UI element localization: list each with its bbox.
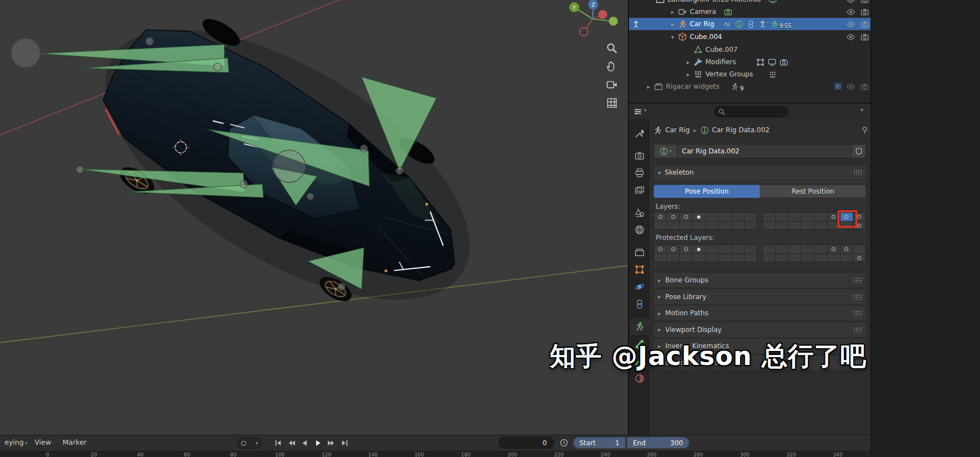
fake-user-shield-icon[interactable] [855,147,863,155]
expand-arrow[interactable]: ▸ [683,59,694,65]
expand-arrow[interactable]: ▾ [667,34,678,40]
tab-scene[interactable] [630,204,649,221]
layer-toggle[interactable] [776,245,789,253]
hide-viewport-toggle[interactable] [847,8,855,16]
outliner-row[interactable]: ▸Rigacar widgets9✓ [629,80,871,93]
frame-end-field[interactable]: End 300 [627,437,689,449]
layer-toggle[interactable] [763,213,776,221]
layer-toggle[interactable] [732,254,744,262]
layer-toggle[interactable] [693,254,705,262]
disable-render-toggle[interactable] [861,0,869,4]
layer-toggle[interactable] [801,245,814,253]
hide-viewport-toggle[interactable] [847,83,855,91]
next-keyframe-button[interactable] [325,437,338,449]
panel-drag-handle[interactable] [853,170,862,175]
disable-render-toggle[interactable] [861,33,869,41]
frame-start-field[interactable]: Start 1 [573,437,626,449]
jump-start-button[interactable] [271,437,284,449]
hide-viewport-toggle[interactable] [847,33,855,41]
hand-button[interactable] [606,60,619,74]
3d-viewport[interactable]: Y Z [0,0,628,435]
layer-toggle[interactable] [789,222,801,229]
datablock-name-field[interactable]: ▾ Car Rig Data.002 [654,144,866,158]
expand-arrow[interactable]: ▸ [683,71,694,78]
zoom-button[interactable] [606,42,619,56]
layer-toggle[interactable] [719,254,732,262]
layer-toggle[interactable] [744,222,757,229]
layer-toggle[interactable] [801,213,814,221]
breadcrumb-object[interactable]: Car Rig [665,126,690,134]
layer-toggle[interactable] [706,222,719,229]
hide-viewport-toggle[interactable] [847,0,855,4]
outliner-row[interactable]: ▾Cube.004 [629,31,871,43]
layer-toggle[interactable] [654,245,667,253]
tab-tool[interactable] [630,125,649,142]
timeline[interactable]: eying ▾ViewMarker ▾ 0 Start 1 End 300 02… [0,435,871,457]
layer-toggle[interactable] [654,254,667,262]
layer-toggle[interactable] [815,222,828,229]
pin-icon[interactable] [861,126,869,134]
outliner-row[interactable]: Cube.007 [629,44,871,56]
layer-toggle[interactable] [828,254,840,262]
layer-toggle[interactable] [815,213,828,221]
layer-toggle[interactable] [732,245,744,253]
layer-toggle[interactable] [680,222,693,229]
layer-toggle[interactable] [719,213,732,221]
menu-eying[interactable]: eying ▾ [4,438,27,446]
panel-drag-handle[interactable] [853,310,862,316]
layer-toggle[interactable] [680,213,693,221]
layer-toggle[interactable] [815,245,828,253]
panel-drag-handle[interactable] [853,277,862,283]
layer-toggle[interactable] [654,213,667,221]
breadcrumb-data[interactable]: Car Rig Data.002 [712,126,770,134]
play-reverse-button[interactable] [298,437,311,449]
layer-toggle[interactable] [744,213,757,221]
layer-toggle[interactable] [853,245,866,253]
layer-toggle[interactable] [801,254,814,262]
tab-collection[interactable] [630,244,649,261]
layer-toggle[interactable] [706,245,719,253]
layer-toggle[interactable] [706,213,719,221]
panel-drag-handle[interactable] [853,294,862,300]
layer-toggle[interactable] [840,254,853,262]
expand-arrow[interactable]: ▸ [667,9,678,15]
layer-toggle[interactable] [732,222,744,229]
outliner-row[interactable]: ▸Vertex Groups [629,68,871,80]
navigation-gizmo[interactable]: Y Z [558,0,628,40]
outliner[interactable]: Lamborghini Terzo Millennio▸Camera▸Car R… [629,0,871,103]
jump-end-button[interactable] [338,437,351,449]
skeleton-panel-header[interactable]: ▾ Skeleton [654,166,866,179]
grid-button[interactable] [606,97,619,110]
menu-view[interactable]: View [35,438,51,446]
disable-render-toggle[interactable] [861,83,869,91]
auto-keying-button[interactable]: ▾ [237,437,262,449]
panel-pose-library[interactable]: ▸Pose Library [654,290,866,304]
panel-viewport-display[interactable]: ▸Viewport Display [654,323,866,337]
tab-physics[interactable] [630,278,649,295]
panel-bone-groups[interactable]: ▸Bone Groups [654,273,866,287]
outliner-row[interactable]: ▸Modifiers [629,56,871,68]
options-chevron-icon[interactable]: ▾ [861,107,863,113]
layer-toggle[interactable] [693,245,705,253]
layer-toggle[interactable] [763,245,776,253]
layer-toggle[interactable] [828,245,840,253]
panel-drag-handle[interactable] [853,327,862,333]
layer-toggle[interactable] [667,245,680,253]
prev-keyframe-button[interactable] [285,437,297,449]
layer-toggle[interactable] [744,254,757,262]
layer-toggle[interactable] [763,254,776,262]
tab-view-layer[interactable] [630,182,649,199]
menu-marker[interactable]: Marker [63,438,87,446]
layer-toggle[interactable] [680,254,693,262]
current-frame-field[interactable]: 0 [498,437,554,449]
search-input[interactable] [714,106,788,117]
layer-toggle[interactable] [680,245,693,253]
panel-motion-paths[interactable]: ▸Motion Paths [654,306,866,320]
layer-toggle[interactable] [776,213,789,221]
layer-toggle[interactable] [840,245,853,253]
layer-toggle[interactable] [789,245,801,253]
layer-toggle[interactable] [719,222,732,229]
layer-toggle[interactable] [789,254,801,262]
layer-toggle[interactable] [667,222,680,229]
layer-toggle[interactable] [853,254,866,262]
